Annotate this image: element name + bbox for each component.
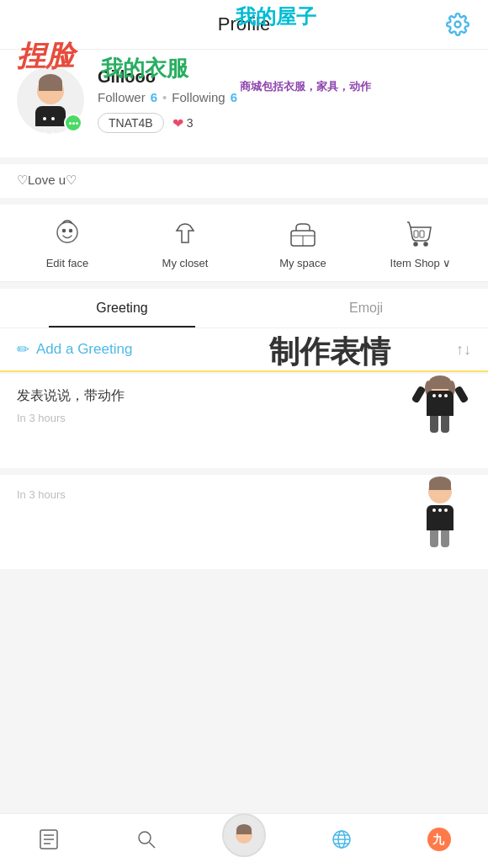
feed-content: 发表说说，带动作 [17,387,471,405]
tab-emoji[interactable]: Emoji [244,289,488,327]
nav-book[interactable] [24,823,74,856]
profile-tags: TNAT4B ❤ 3 [98,113,471,133]
heart-badge: ❤ 3 [172,115,194,131]
following-count: 6 [231,90,237,104]
nav-avatar-center[interactable] [219,823,269,856]
svg-point-2 [63,230,66,232]
following-label[interactable]: Following [172,90,225,104]
item-shop-label: Item Shop ∨ [390,257,452,269]
my-space-label: My space [279,257,326,269]
follower-count: 6 [151,90,157,104]
follower-label[interactable]: Follower [98,90,146,104]
settings-icon[interactable] [444,11,471,38]
feed-item: In 3 hours [0,475,488,576]
pencil-icon: ✏ [17,340,29,359]
tabs-section: Greeting Emoji [0,289,488,328]
sort-icon[interactable]: ↑↓ [456,341,471,359]
follow-stats: Follower 6 • Following 6 [98,90,471,104]
bottom-nav: 九 [0,813,488,868]
nav-globe[interactable] [316,823,367,856]
profile-info: Gillooo Follower 6 • Following 6 TNAT4B … [98,67,471,133]
add-greeting-button[interactable]: ✏ Add a Greeting ↑↓ [0,328,488,372]
svg-rect-7 [414,231,418,237]
heart-count: 3 [187,116,194,130]
closet-icon [167,216,203,252]
avatar[interactable] [17,67,84,134]
feed-avatar [412,379,471,455]
shop-icon [403,216,438,252]
svg-line-14 [150,843,156,849]
svg-point-3 [70,230,72,232]
feed-section: 发表说说，带动作 In 3 hours [0,374,488,576]
add-greeting-text: Add a Greeting [36,341,132,358]
my-closet-button[interactable]: My closet [126,216,244,269]
heart-icon: ❤ [172,115,183,131]
svg-point-1 [57,222,77,242]
feed-meta: In 3 hours [17,488,471,501]
edit-face-button[interactable]: Edit face [8,216,126,269]
tag-badge: TNAT4B [98,113,164,133]
header: Profile [0,0,488,50]
space-icon [285,216,321,252]
actions-section: Edit face My closet My space [0,205,488,282]
svg-point-0 [455,22,461,28]
feed-item: 发表说说，带动作 In 3 hours [0,374,488,475]
face-icon [50,216,85,252]
online-badge [64,114,82,132]
username: Gillooo [98,67,471,87]
my-closet-label: My closet [162,257,209,269]
feed-avatar-2 [412,480,471,556]
item-shop-button[interactable]: Item Shop ∨ [362,216,480,269]
profile-section: Gillooo Follower 6 • Following 6 TNAT4B … [0,50,488,157]
svg-point-13 [139,832,151,844]
page-title: Profile [218,13,270,35]
nav-search[interactable] [121,823,172,856]
tab-greeting[interactable]: Greeting [0,289,244,327]
my-space-button[interactable]: My space [244,216,362,269]
svg-rect-8 [420,231,424,237]
feed-meta: In 3 hours [17,412,471,424]
nav-game[interactable]: 九 [414,823,464,856]
edit-face-label: Edit face [46,257,89,269]
bio-section: ♡Love u♡ [0,164,488,198]
bio-text: ♡Love u♡ [17,173,471,188]
svg-text:九: 九 [432,833,445,846]
